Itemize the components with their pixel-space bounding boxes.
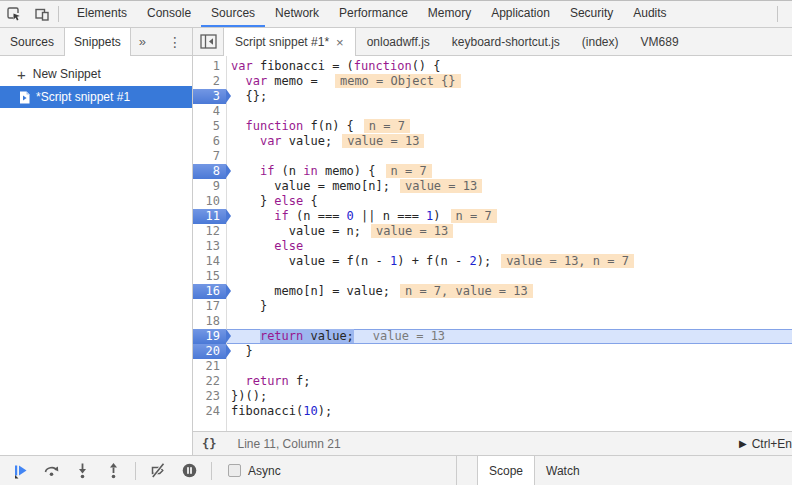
code-line: 21 bbox=[193, 359, 792, 374]
snippet-file-icon bbox=[19, 91, 30, 104]
breakpoint-badge[interactable]: 16 bbox=[193, 284, 226, 299]
code-token: f(n) { bbox=[303, 119, 354, 133]
line-number[interactable]: 6 bbox=[193, 134, 226, 149]
line-number[interactable]: 14 bbox=[193, 254, 226, 269]
code-token: value = memo[n]; bbox=[231, 179, 390, 193]
code-text bbox=[226, 269, 792, 284]
editor-tab[interactable]: Script snippet #1*× bbox=[223, 28, 356, 56]
editor-tab-label: VM689 bbox=[641, 35, 679, 49]
line-number[interactable]: 23 bbox=[193, 389, 226, 404]
line-number[interactable]: 10 bbox=[193, 194, 226, 209]
code-text: } else { bbox=[226, 194, 792, 209]
line-number[interactable]: 4 bbox=[193, 104, 226, 119]
line-number[interactable]: 12 bbox=[193, 224, 226, 239]
step-into-icon[interactable] bbox=[73, 462, 91, 480]
run-shortcut-label: Ctrl+En bbox=[752, 437, 792, 451]
breakpoint-badge[interactable]: 3 bbox=[193, 89, 226, 104]
tab-application[interactable]: Application bbox=[481, 1, 560, 27]
device-toolbar-icon[interactable] bbox=[28, 1, 56, 27]
navigator-tab-snippets[interactable]: Snippets bbox=[64, 28, 131, 56]
inline-value: n = 7 bbox=[364, 119, 410, 133]
editor-tab[interactable]: VM689 bbox=[630, 28, 690, 55]
line-number[interactable]: 2 bbox=[193, 74, 226, 89]
pause-on-exceptions-icon[interactable] bbox=[180, 462, 198, 480]
line-number[interactable]: 18 bbox=[193, 314, 226, 329]
editor-tab-label: Script snippet #1* bbox=[235, 35, 329, 49]
step-over-icon[interactable] bbox=[42, 462, 60, 480]
cursor-position: Line 11, Column 21 bbox=[237, 437, 340, 451]
editor-tab[interactable]: onloadwff.js bbox=[356, 28, 441, 55]
inline-value: value = 13 bbox=[371, 224, 453, 238]
tab-security[interactable]: Security bbox=[560, 1, 623, 27]
navigator-sidebar: SourcesSnippets » ⋮ + New Snippet *Scrip… bbox=[0, 28, 193, 455]
main-area: SourcesSnippets » ⋮ + New Snippet *Scrip… bbox=[0, 28, 792, 455]
code-line: 6 var value;value = 13 bbox=[193, 134, 792, 149]
editor-tab[interactable]: (index) bbox=[571, 28, 630, 55]
line-number[interactable]: 21 bbox=[193, 359, 226, 374]
debugger-bar: Async ScopeWatch bbox=[0, 455, 792, 485]
code-token: fibonacci = ( bbox=[253, 59, 354, 73]
tab-network[interactable]: Network bbox=[265, 1, 329, 27]
tab-watch[interactable]: Watch bbox=[535, 456, 591, 485]
inspect-element-icon[interactable] bbox=[0, 1, 28, 27]
new-snippet-button[interactable]: + New Snippet bbox=[0, 62, 192, 86]
line-number[interactable]: 5 bbox=[193, 119, 226, 134]
line-number[interactable]: 13 bbox=[193, 239, 226, 254]
async-checkbox[interactable] bbox=[228, 464, 241, 477]
debugger-divider bbox=[211, 462, 212, 480]
tab-performance[interactable]: Performance bbox=[329, 1, 418, 27]
toolbar-divider bbox=[58, 6, 59, 22]
tab-audits[interactable]: Audits bbox=[623, 1, 676, 27]
code-text: value = memo[n];value = 13 bbox=[226, 179, 792, 194]
breakpoint-badge[interactable]: 20 bbox=[193, 344, 226, 359]
pretty-print-icon[interactable]: {} bbox=[193, 437, 225, 451]
code-token bbox=[231, 374, 245, 388]
more-tabs-icon[interactable]: » bbox=[131, 28, 154, 55]
code-line: 9 value = memo[n];value = 13 bbox=[193, 179, 792, 194]
code-token: f; bbox=[289, 374, 311, 388]
async-label: Async bbox=[248, 464, 281, 478]
code-token: value = n; bbox=[231, 224, 361, 238]
tab-scope[interactable]: Scope bbox=[477, 456, 535, 485]
navigator-menu-icon[interactable]: ⋮ bbox=[158, 28, 192, 55]
code-lines: 1var fibonacci = (function() {2 var memo… bbox=[193, 59, 792, 419]
code-text: else bbox=[226, 239, 792, 254]
line-number[interactable]: 24 bbox=[193, 404, 226, 419]
code-token: 2 bbox=[469, 254, 476, 268]
line-number[interactable]: 17 bbox=[193, 299, 226, 314]
code-token: value; bbox=[303, 329, 354, 343]
code-editor[interactable]: 1var fibonacci = (function() {2 var memo… bbox=[193, 56, 792, 431]
editor-tab[interactable]: keyboard-shortcut.js bbox=[441, 28, 571, 55]
line-number[interactable]: 9 bbox=[193, 179, 226, 194]
code-line: 16 memo[n] = value;n = 7, value = 13 bbox=[193, 284, 792, 299]
code-token: })(); bbox=[231, 389, 267, 403]
tab-memory[interactable]: Memory bbox=[418, 1, 481, 27]
line-number[interactable]: 7 bbox=[193, 149, 226, 164]
hide-navigator-icon[interactable] bbox=[193, 28, 223, 55]
resume-script-icon[interactable] bbox=[11, 462, 29, 480]
breakpoint-badge[interactable]: 8 bbox=[193, 164, 226, 179]
line-number[interactable]: 15 bbox=[193, 269, 226, 284]
navigator-tab-sources[interactable]: Sources bbox=[0, 28, 64, 55]
code-token: value = f(n - bbox=[231, 254, 390, 268]
tab-console[interactable]: Console bbox=[137, 1, 201, 27]
tab-elements[interactable]: Elements bbox=[67, 1, 137, 27]
deactivate-breakpoints-icon[interactable] bbox=[149, 462, 167, 480]
code-token: ); bbox=[318, 404, 332, 418]
code-line: 1var fibonacci = (function() { bbox=[193, 59, 792, 74]
code-token: value; bbox=[282, 134, 333, 148]
code-text: if (n in memo) {n = 7 bbox=[226, 164, 792, 179]
code-text: var value;value = 13 bbox=[226, 134, 792, 149]
code-line: 14 value = f(n - 1) + f(n - 2);value = 1… bbox=[193, 254, 792, 269]
snippet-item[interactable]: *Script snippet #1 bbox=[0, 86, 192, 108]
breakpoint-badge[interactable]: 19 bbox=[193, 329, 226, 344]
line-number[interactable]: 22 bbox=[193, 374, 226, 389]
step-out-icon[interactable] bbox=[104, 462, 122, 480]
plus-icon: + bbox=[17, 67, 26, 82]
close-tab-icon[interactable]: × bbox=[336, 36, 344, 49]
tab-sources[interactable]: Sources bbox=[201, 1, 265, 27]
breakpoint-badge[interactable]: 11 bbox=[193, 209, 226, 224]
line-number[interactable]: 1 bbox=[193, 59, 226, 74]
code-line: 4 bbox=[193, 104, 792, 119]
code-text bbox=[226, 314, 792, 329]
